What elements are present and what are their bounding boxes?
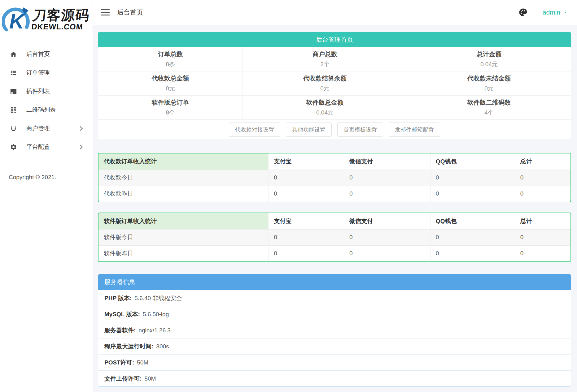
cell-value: 0	[344, 245, 430, 261]
cell-value: 0	[515, 170, 570, 186]
cell-value: 0	[269, 245, 344, 261]
column-qq-wallet: QQ钱包	[430, 213, 515, 229]
server-row-post-limit: POST许可:50M	[98, 354, 571, 370]
stat-total-orders: 订单总数8条	[98, 47, 243, 71]
brand-text: 刀客源码 DKEWL.COM	[31, 8, 90, 31]
server-row-software: 服务器软件:nginx/1.26.3	[98, 322, 571, 338]
cell-value: 0	[430, 170, 515, 186]
table-header-row: 代收款订单收入统计 支付宝 微信支付 QQ钱包 总计	[98, 153, 570, 170]
cell-value: 0	[269, 229, 344, 245]
topbar: 后台首页 admin	[93, 0, 577, 25]
stat-software-orders: 软件版总订单8个	[98, 96, 243, 120]
collection-api-settings-button[interactable]: 代收款对接设置	[229, 123, 280, 137]
cell-value: 0	[430, 229, 515, 245]
sidebar-item-platform-config[interactable]: 平台配置	[0, 138, 93, 156]
other-function-settings-button[interactable]: 其他功能设置	[286, 123, 332, 137]
software-income-table: 软件版订单收入统计 支付宝 微信支付 QQ钱包 总计 软件版今日 0 0 0	[98, 213, 571, 262]
row-label: 代收款昨日	[98, 186, 269, 202]
table-row: 代收款今日 0 0 0 0	[98, 170, 570, 186]
table-row: 软件版今日 0 0 0 0	[98, 229, 570, 245]
brand-logo[interactable]: K 刀客源码 DKEWL.COM	[0, 0, 93, 41]
stat-total-amount: 总计金额0.04元	[407, 47, 571, 71]
sidebar: K 刀客源码 DKEWL.COM 后台首页 订单管理 插件列表 二维码	[0, 0, 93, 392]
cell-value: 0	[269, 186, 344, 202]
column-wechat: 微信支付	[344, 153, 430, 170]
sidebar-item-label: 商户管理	[26, 124, 77, 132]
server-row-max-exec-time: 程序最大运行时间:300s	[98, 338, 571, 354]
qrcode-icon	[10, 106, 17, 114]
homepage-template-settings-button[interactable]: 首页模板设置	[337, 123, 383, 137]
sidebar-item-label: 二维码列表	[26, 106, 85, 114]
cell-value: 0	[344, 186, 430, 202]
stat-collection-settled: 代收款结算余额0元	[243, 71, 407, 96]
svg-text:K: K	[9, 10, 25, 33]
sidebar-item-orders[interactable]: 订单管理	[0, 63, 93, 82]
cell-value: 0	[515, 229, 570, 245]
server-info-title: 服务器信息	[98, 274, 571, 290]
sidebar-item-label: 后台首页	[26, 50, 85, 58]
admin-app: K 刀客源码 DKEWL.COM 后台首页 订单管理 插件列表 二维码	[0, 0, 577, 392]
brand-k-icon: K	[2, 4, 32, 36]
row-label: 软件版今日	[98, 229, 269, 245]
column-alipay: 支付宝	[269, 213, 344, 229]
collection-income-table: 代收款订单收入统计 支付宝 微信支付 QQ钱包 总计 代收款今日 0 0 0	[98, 153, 571, 202]
hamburger-menu-icon[interactable]	[101, 9, 110, 15]
table-title: 软件版订单收入统计	[98, 213, 269, 229]
user-dropdown[interactable]: admin	[543, 9, 568, 16]
stats-grid: 订单总数8条 商户总数2个 总计金额0.04元 代收款总金额0元 代收款结算余额…	[98, 47, 571, 120]
main-area: 后台首页 admin 后台管理首页 订单总数8条 商户总数2个 总计金额0.04…	[93, 0, 577, 392]
gear-icon	[10, 144, 17, 151]
sidebar-item-label: 订单管理	[26, 69, 85, 77]
topbar-right: admin	[518, 8, 568, 17]
quick-settings-row: 代收款对接设置 其他功能设置 首页模板设置 发邮件邮箱配置	[98, 120, 571, 140]
page-title: 后台首页	[117, 8, 143, 17]
dashboard-panel: 后台管理首页 订单总数8条 商户总数2个 总计金额0.04元 代收款总金额0元 …	[98, 32, 571, 140]
sidebar-item-qrcodes[interactable]: 二维码列表	[0, 101, 93, 119]
sidebar-item-label: 平台配置	[26, 143, 77, 151]
sidebar-item-merchants[interactable]: 商户管理	[0, 119, 93, 138]
table-header-row: 软件版订单收入统计 支付宝 微信支付 QQ钱包 总计	[98, 213, 570, 229]
sidebar-menu: 后台首页 订单管理 插件列表 二维码列表 商户管理 平台配置	[0, 41, 93, 156]
server-row-php: PHP 版本:5.6.40 非线程安全	[98, 290, 571, 306]
dashboard-panel-title: 后台管理首页	[98, 32, 571, 47]
magnet-icon	[10, 125, 17, 132]
stat-software-amount: 软件版总金额0.04元	[243, 96, 407, 120]
sidebar-item-plugins[interactable]: 插件列表	[0, 82, 93, 101]
brand-domain: DKEWL.COM	[31, 23, 89, 32]
server-row-mysql: MySQL 版本:5.6.50-log	[98, 306, 571, 322]
server-row-upload-limit: 文件上传许可:50M	[98, 370, 571, 386]
cell-value: 0	[430, 186, 515, 202]
stat-collection-total: 代收款总金额0元	[98, 71, 243, 96]
row-label: 软件版昨日	[98, 245, 269, 261]
column-total: 总计	[515, 153, 570, 170]
column-wechat: 微信支付	[344, 213, 430, 229]
cell-value: 0	[515, 245, 570, 261]
username: admin	[543, 9, 560, 16]
email-config-button[interactable]: 发邮件邮箱配置	[389, 123, 440, 137]
column-alipay: 支付宝	[269, 153, 344, 170]
cell-value: 0	[269, 170, 344, 186]
plugin-icon	[10, 88, 17, 95]
theme-palette-icon[interactable]	[518, 8, 528, 17]
column-qq-wallet: QQ钱包	[430, 153, 515, 170]
cell-value: 0	[430, 245, 515, 261]
stat-total-merchants: 商户总数2个	[243, 47, 407, 71]
cell-value: 0	[344, 170, 430, 186]
cell-value: 0	[515, 186, 570, 202]
column-total: 总计	[515, 213, 570, 229]
table-row: 代收款昨日 0 0 0 0	[98, 186, 570, 202]
chevron-right-icon	[77, 125, 85, 132]
stat-software-qrcodes: 软件版二维码数4个	[407, 96, 571, 120]
list-icon	[10, 69, 17, 76]
brand-name: 刀客源码	[32, 8, 90, 22]
table-row: 软件版昨日 0 0 0 0	[98, 245, 570, 261]
chevron-right-icon	[77, 144, 85, 151]
row-label: 代收款今日	[98, 170, 269, 186]
sidebar-item-label: 插件列表	[26, 87, 85, 95]
cell-value: 0	[344, 229, 430, 245]
stat-collection-unsettled: 代收款未结金额0元	[407, 71, 571, 96]
table-title: 代收款订单收入统计	[98, 153, 269, 170]
copyright-text: Copyright © 2021.	[0, 165, 93, 181]
caret-down-icon	[563, 10, 568, 15]
sidebar-item-home[interactable]: 后台首页	[0, 45, 93, 63]
